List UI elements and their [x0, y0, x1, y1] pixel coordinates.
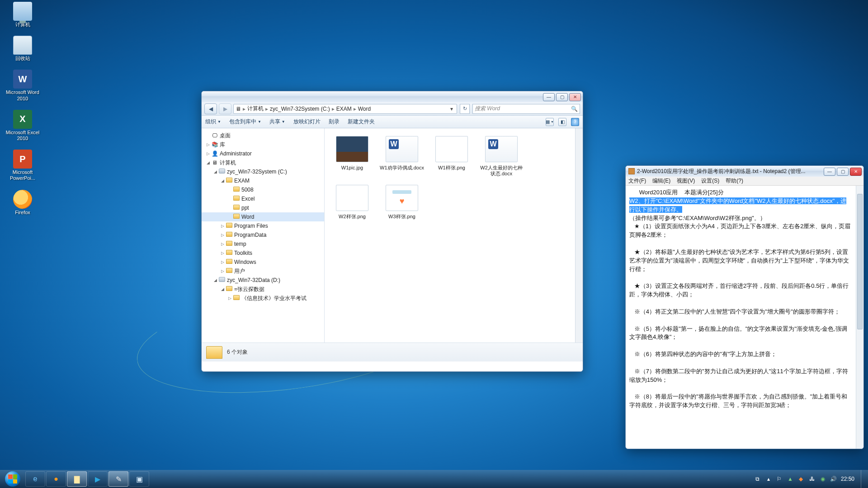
explorer-nav: ◀ ▶ 🖥 ▸计算机 ▸zyc_Win7-32System (C:) ▸EXAM… [202, 102, 583, 116]
file-item[interactable]: W2样张.png [328, 183, 376, 222]
tree-node[interactable]: 🖵桌面 [202, 131, 324, 140]
minimize-button[interactable]: — [543, 93, 555, 101]
explorer-titlebar[interactable]: — ▢ ✕ [202, 91, 583, 102]
slideshow-button[interactable]: 放映幻灯片 [293, 118, 321, 126]
new-folder-button[interactable]: 新建文件夹 [348, 118, 375, 126]
tree-node[interactable]: ▷ProgramData [202, 230, 324, 239]
minimize-button[interactable]: — [824, 168, 835, 176]
crumb[interactable]: Word [358, 106, 371, 112]
file-item[interactable]: W1样张.png [428, 134, 476, 179]
start-button[interactable] [3, 471, 23, 487]
file-item[interactable]: W1劝学诗偶成.docx [378, 134, 426, 179]
notepad-titlebar[interactable]: 2-Word2010应用字处理_操作题考前冲刺训练题.txt - Notepad… [626, 166, 863, 177]
tree-node[interactable]: ▷temp [202, 239, 324, 249]
notepad-text-area[interactable]: Word2010应用 本题满分[25]分 W2、打开"C:\EXAM\Word"… [626, 186, 856, 449]
tree-node[interactable]: ◢🖥计算机 [202, 158, 324, 167]
tree-node[interactable]: ▷Toolkits [202, 249, 324, 258]
crumb[interactable]: EXAM [336, 106, 352, 112]
folder-tree[interactable]: 🖵桌面▷📚库▷👤Administrator◢🖥计算机◢zyc_Win7-32Sy… [202, 128, 325, 343]
refresh-button[interactable]: ↻ [460, 104, 470, 114]
menu-view[interactable]: 视图(V) [677, 177, 695, 185]
preview-pane-button[interactable]: ◧ [558, 118, 566, 126]
taskbar-firefox[interactable]: ● [46, 471, 66, 487]
file-item[interactable]: W2人生最好的七种状态.docx [477, 134, 525, 179]
desktop-icons: 计算机 回收站 WMicrosoft Word 2010 XMicrosoft … [3, 2, 42, 224]
tray-network-icon[interactable]: 🖧 [808, 475, 816, 483]
tree-node[interactable]: 5008 [202, 185, 324, 194]
tray-icon[interactable]: ◆ [797, 475, 805, 483]
scroll-thumb[interactable] [857, 194, 863, 329]
tray-icon[interactable]: ◉ [819, 475, 826, 483]
breadcrumb[interactable]: 🖥 ▸计算机 ▸zyc_Win7-32System (C:) ▸EXAM ▸Wo… [233, 104, 457, 114]
back-button[interactable]: ◀ [204, 103, 217, 114]
share-menu[interactable]: 共享▼ [269, 118, 285, 126]
tray-flag-icon[interactable]: ⚐ [776, 475, 783, 483]
maximize-button[interactable]: ▢ [837, 168, 849, 176]
taskbar-pins: e ● ▇ ▶ ✎ ▣ [25, 471, 149, 487]
tray-icon[interactable]: ▲ [787, 475, 794, 483]
taskbar-media[interactable]: ▶ [88, 471, 108, 487]
clock[interactable]: 22:50 [841, 476, 854, 482]
tree-node[interactable]: ▷《信息技术》学业水平考试 [202, 294, 324, 303]
menu-help[interactable]: 帮助(?) [726, 177, 743, 185]
tree-node[interactable]: ▷📚库 [202, 140, 324, 149]
tray-volume-icon[interactable]: 🔊 [830, 475, 837, 483]
taskbar-explorer[interactable]: ▇ [67, 471, 87, 487]
search-icon[interactable]: 🔍 [571, 106, 578, 112]
computer-icon: 🖥 [236, 106, 241, 112]
close-button[interactable]: ✕ [569, 93, 581, 101]
crumb[interactable]: 计算机 [247, 105, 264, 113]
tree-node[interactable]: ▷Windows [202, 258, 324, 267]
show-desktop-button[interactable] [861, 470, 865, 488]
taskbar: e ● ▇ ▶ ✎ ▣ ⧉ ▴ ⚐ ▲ ◆ 🖧 ◉ 🔊 22:50 [0, 470, 868, 488]
tree-node[interactable]: ▷Program Files [202, 221, 324, 230]
taskbar-ie[interactable]: e [25, 471, 45, 487]
organize-menu[interactable]: 组织▼ [205, 118, 221, 126]
notepad-icon [628, 168, 635, 174]
tray-chevron-icon[interactable]: ▴ [765, 475, 772, 483]
tree-node[interactable]: ppt [202, 203, 324, 212]
desktop-icon-firefox[interactable]: Firefox [3, 190, 42, 216]
tray-icon[interactable]: ⧉ [754, 475, 761, 483]
burn-button[interactable]: 刻录 [329, 118, 340, 126]
desktop-icon-recycle-bin[interactable]: 回收站 [3, 36, 42, 61]
taskbar-notepad[interactable]: ✎ [108, 471, 128, 487]
explorer-window: — ▢ ✕ ◀ ▶ 🖥 ▸计算机 ▸zyc_Win7-32System (C:)… [201, 91, 583, 372]
scrollbar[interactable] [856, 186, 863, 449]
forward-button[interactable]: ▶ [219, 103, 231, 114]
file-item[interactable]: ♥W3样张.png [378, 183, 426, 222]
crumb-dropdown[interactable]: ▾ [448, 106, 455, 112]
tree-node[interactable]: Word [202, 212, 324, 221]
tree-node[interactable]: ◢=张云探数据 [202, 285, 324, 294]
tree-node[interactable]: ▷用户 [202, 267, 324, 276]
desktop-icon-excel[interactable]: XMicrosoft Excel 2010 [3, 110, 42, 141]
taskbar-app[interactable]: ▣ [129, 471, 149, 487]
tree-node[interactable]: ◢zyc_Win7-32System (C:) [202, 167, 324, 176]
tree-node[interactable]: ▷👤Administrator [202, 149, 324, 158]
file-list[interactable]: W1pic.jpgW1劝学诗偶成.docxW1样张.pngW2人生最好的七种状态… [325, 128, 575, 343]
menu-edit[interactable]: 编辑(E) [652, 177, 670, 185]
system-tray: ⧉ ▴ ⚐ ▲ ◆ 🖧 ◉ 🔊 22:50 [754, 470, 865, 488]
maximize-button[interactable]: ▢ [556, 93, 568, 101]
view-options-button[interactable]: ▦▼ [546, 118, 554, 126]
search-input[interactable]: 搜索 Word🔍 [472, 104, 580, 114]
explorer-toolbar: 组织▼ 包含到库中▼ 共享▼ 放映幻灯片 刻录 新建文件夹 ▦▼ ◧ ? [202, 116, 583, 128]
tree-node[interactable]: Excel [202, 194, 324, 203]
desktop-icon-computer[interactable]: 计算机 [3, 2, 42, 28]
selected-text: W2、打开"C:\EXAM\Word"文件夹中的Word文档"W2人生最好的七种… [629, 197, 846, 213]
close-button[interactable]: ✕ [850, 168, 862, 176]
tree-node[interactable]: ◢zyc_Win7-32Data (D:) [202, 276, 324, 285]
help-button[interactable]: ? [571, 118, 579, 126]
menu-settings[interactable]: 设置(S) [701, 177, 719, 185]
menu-file[interactable]: 文件(F) [628, 177, 646, 185]
notepad-window: 2-Word2010应用字处理_操作题考前冲刺训练题.txt - Notepad… [625, 165, 864, 449]
file-item[interactable]: W1pic.jpg [328, 134, 376, 179]
desktop-icon-powerpoint[interactable]: PMicrosoft PowerPoi... [3, 150, 42, 181]
crumb[interactable]: zyc_Win7-32System (C:) [270, 106, 330, 112]
include-menu[interactable]: 包含到库中▼ [229, 118, 261, 126]
status-bar: 6 个对象 [202, 343, 583, 361]
tree-node[interactable]: ◢EXAM [202, 176, 324, 185]
desktop-icon-word[interactable]: WMicrosoft Word 2010 [3, 70, 42, 101]
scrollbar[interactable] [575, 128, 583, 343]
status-text: 6 个对象 [227, 348, 248, 356]
